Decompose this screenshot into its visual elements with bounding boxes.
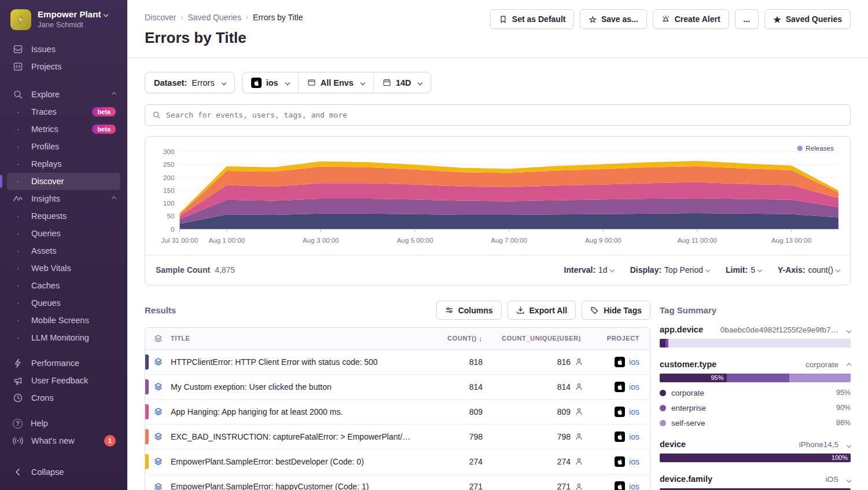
legend-dot: [660, 405, 666, 411]
sidebar-item-replays[interactable]: · Replays: [7, 155, 120, 173]
sidebar-section-explore[interactable]: Explore: [7, 86, 120, 103]
row-title[interactable]: EmpowerPlant.SampleError: happyCustomer …: [171, 482, 421, 490]
sidebar-section-insights[interactable]: Insights: [7, 190, 120, 207]
megaphone-icon: [13, 375, 23, 386]
yaxis-selector[interactable]: Y-Axis:count(): [778, 265, 840, 275]
date-range-filter[interactable]: 14D: [373, 72, 431, 93]
export-all-button[interactable]: Export All: [507, 301, 576, 320]
bolt-logo-icon: [16, 14, 26, 25]
project-filter[interactable]: ios: [242, 72, 298, 93]
chart-footer: Sample Count4,875 Interval:1d Display:To…: [145, 255, 850, 285]
sidebar-item-whats-new[interactable]: What's new 1: [7, 432, 120, 449]
project-link[interactable]: ios: [629, 357, 639, 367]
sidebar-item-caches[interactable]: ·Caches: [7, 277, 120, 294]
project-link[interactable]: ios: [629, 407, 639, 416]
project-link[interactable]: ios: [629, 382, 639, 392]
search-icon: [152, 111, 161, 119]
sidebar-item-metrics[interactable]: · Metrics beta: [7, 120, 120, 138]
project-link[interactable]: ios: [629, 482, 639, 490]
breadcrumb-saved-queries[interactable]: Saved Queries: [187, 13, 241, 22]
svg-text:Aug 7 00:00: Aug 7 00:00: [491, 236, 527, 244]
search-input[interactable]: [166, 111, 843, 119]
sidebar-item-help[interactable]: ? Help: [7, 415, 120, 432]
stacked-area-chart[interactable]: 050100150200250300Jul 31 00:00Aug 1 00:0…: [145, 137, 850, 255]
sidebar-item-queries[interactable]: ·Queries: [7, 225, 120, 242]
header-actions: Set as Default ☆ Save as... Create Alert…: [490, 9, 851, 29]
breadcrumb-separator: ›: [246, 13, 248, 21]
breadcrumb-discover[interactable]: Discover: [145, 13, 176, 22]
hide-tags-button[interactable]: Hide Tags: [582, 301, 650, 320]
sidebar-item-crons[interactable]: Crons: [7, 389, 120, 407]
tag-block-customer-type: customer.type corporate 95% corporate 95…: [660, 360, 851, 427]
set-as-default-button[interactable]: Set as Default: [490, 9, 575, 29]
sidebar-item-projects[interactable]: Projects: [7, 58, 120, 75]
tag-legend-item[interactable]: corporate 95%: [660, 389, 851, 397]
dataset-selector[interactable]: Dataset: Errors: [145, 72, 235, 93]
sidebar-item-performance[interactable]: Performance: [7, 354, 120, 372]
sidebar-item-web-vitals[interactable]: ·Web Vitals: [7, 259, 120, 277]
column-header-title[interactable]: TITLE: [171, 335, 421, 342]
chevron-down-icon: [847, 328, 851, 333]
row-title[interactable]: My Custom exeption: User clicked the but…: [171, 382, 421, 392]
sidebar-item-queues[interactable]: ·Queues: [7, 294, 120, 312]
row-title[interactable]: App Hanging: App hanging for at least 20…: [171, 407, 421, 416]
display-selector[interactable]: Display:Top Period: [630, 265, 709, 275]
more-options-button[interactable]: ...: [735, 9, 759, 29]
main-area: Discover › Saved Queries › Errors by Tit…: [127, 0, 868, 490]
stack-icon[interactable]: [154, 457, 163, 466]
create-alert-button[interactable]: Create Alert: [653, 9, 729, 29]
row-count-unique: 816: [557, 357, 571, 367]
siren-icon: [661, 15, 670, 24]
tag-legend-item[interactable]: enterprise 90%: [660, 404, 851, 412]
column-header-count-unique[interactable]: COUNT_UNIQUE(USER): [485, 335, 583, 342]
user-icon: [575, 407, 583, 416]
sidebar-item-mobile-screens[interactable]: ·Mobile Screens: [7, 312, 120, 329]
stack-icon[interactable]: [154, 432, 163, 441]
tag-header[interactable]: device iPhone14,5: [660, 440, 851, 449]
saved-queries-button[interactable]: ★ Saved Queries: [764, 9, 851, 29]
save-as-button[interactable]: ☆ Save as...: [580, 9, 646, 29]
columns-button[interactable]: Columns: [436, 301, 502, 320]
svg-text:Releases: Releases: [806, 144, 834, 152]
search-bar: [145, 104, 851, 126]
sidebar-item-llm-monitoring[interactable]: ·LLM Monitoring: [7, 329, 120, 346]
row-title[interactable]: EmpowerPlant.SampleError: bestDeveloper …: [171, 457, 421, 466]
tag-distribution-bar[interactable]: 100%: [660, 454, 851, 462]
column-header-project[interactable]: PROJECT: [583, 335, 650, 342]
tag-distribution-bar[interactable]: 95%: [660, 374, 851, 382]
tag-header[interactable]: customer.type corporate: [660, 360, 851, 369]
chart-svg: 050100150200250300Jul 31 00:00Aug 1 00:0…: [153, 144, 842, 253]
sidebar-item-user-feedback[interactable]: User Feedback: [7, 372, 120, 389]
tag-legend-item[interactable]: self-serve 86%: [660, 419, 851, 427]
column-header-count[interactable]: COUNT()↓: [421, 334, 485, 343]
sidebar-item-traces[interactable]: · Traces beta: [7, 103, 120, 120]
stack-icon[interactable]: [154, 407, 163, 416]
stack-icon[interactable]: [154, 357, 163, 366]
row-title[interactable]: HTTPClientError: HTTP Client Error with …: [171, 357, 421, 367]
sidebar-item-requests[interactable]: ·Requests: [7, 207, 120, 225]
stack-icon[interactable]: [154, 482, 163, 490]
sidebar-collapse-button[interactable]: Collapse: [7, 463, 120, 481]
sidebar-item-assets[interactable]: ·Assets: [7, 242, 120, 259]
org-name[interactable]: Empower Plant: [38, 9, 108, 19]
tag-distribution-bar[interactable]: [660, 339, 851, 348]
breadcrumb-current: Errors by Title: [253, 13, 303, 22]
page-title: Errors by Title: [145, 29, 851, 47]
stack-icon[interactable]: [154, 382, 163, 391]
row-count: 809: [421, 407, 485, 416]
sidebar-item-issues[interactable]: Issues: [7, 41, 120, 58]
environment-filter[interactable]: All Envs: [298, 72, 373, 93]
sidebar-item-discover[interactable]: · Discover: [7, 173, 120, 190]
chevron-down-icon: [705, 268, 710, 272]
tag-header[interactable]: device.family iOS: [660, 474, 851, 484]
project-link[interactable]: ios: [629, 432, 639, 441]
sidebar-item-profiles[interactable]: · Profiles: [7, 138, 120, 155]
tag-header[interactable]: app.device 0baebc0de4982f1255f2e9e9fb7…: [660, 325, 851, 334]
svg-text:Aug 11 00:00: Aug 11 00:00: [678, 236, 717, 244]
interval-selector[interactable]: Interval:1d: [564, 265, 614, 275]
svg-text:100: 100: [163, 199, 174, 207]
row-title[interactable]: EXC_BAD_INSTRUCTION: captureFatalError: …: [171, 432, 421, 441]
limit-selector[interactable]: Limit:5: [726, 265, 762, 275]
project-link[interactable]: ios: [629, 457, 639, 466]
org-switcher[interactable]: Empower Plant Jane Schmidt: [0, 0, 127, 38]
